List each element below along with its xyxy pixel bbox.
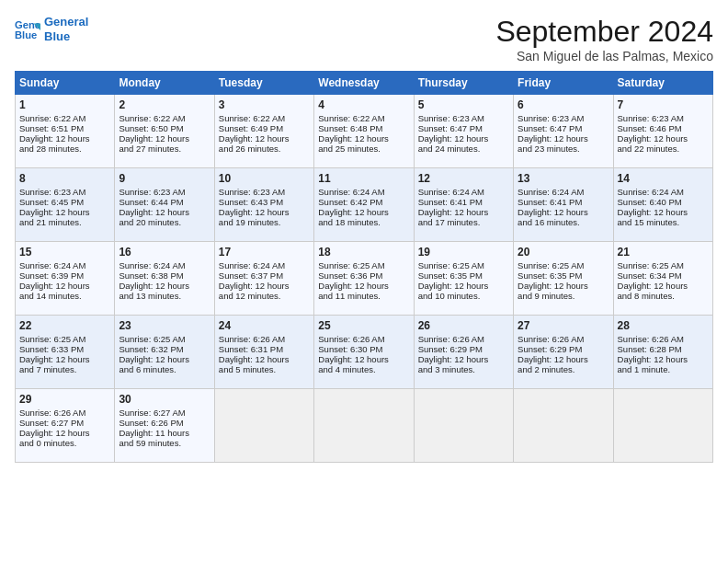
day-number: 16 <box>119 246 210 259</box>
title-block: September 2024 San Miguel de las Palmas,… <box>495 15 713 63</box>
day-info-line: and 9 minutes. <box>518 291 609 301</box>
day-info-line: Daylight: 12 hours <box>19 281 110 291</box>
day-number: 12 <box>418 172 509 185</box>
calendar-cell: 19Sunrise: 6:25 AMSunset: 6:35 PMDayligh… <box>414 242 513 316</box>
svg-text:Blue: Blue <box>15 29 37 40</box>
calendar-cell: 15Sunrise: 6:24 AMSunset: 6:39 PMDayligh… <box>16 242 115 316</box>
day-info-line: and 24 minutes. <box>418 144 509 154</box>
day-info-line: Sunset: 6:47 PM <box>418 123 509 133</box>
day-info-line: and 19 minutes. <box>219 217 310 227</box>
day-number: 1 <box>19 98 110 111</box>
day-info-line: Sunset: 6:49 PM <box>219 123 310 133</box>
day-info-line: Daylight: 12 hours <box>518 354 609 364</box>
logo-icon: General Blue <box>15 17 40 42</box>
day-info-line: Sunset: 6:32 PM <box>119 344 210 354</box>
day-number: 10 <box>219 172 310 185</box>
day-info-line: Sunrise: 6:23 AM <box>418 113 509 123</box>
day-info-line: Daylight: 12 hours <box>318 207 409 217</box>
day-number: 4 <box>318 98 409 111</box>
day-info-line: Sunrise: 6:24 AM <box>418 187 509 197</box>
day-info-line: and 1 minute. <box>618 364 709 374</box>
day-info-line: Sunset: 6:48 PM <box>318 123 409 133</box>
day-info-line: Sunset: 6:50 PM <box>119 123 210 133</box>
day-info-line: Sunset: 6:26 PM <box>119 418 210 428</box>
day-number: 24 <box>219 319 310 332</box>
day-info-line: Sunrise: 6:25 AM <box>418 260 509 270</box>
day-info-line: Sunset: 6:36 PM <box>318 270 409 281</box>
day-info-line: Sunset: 6:40 PM <box>618 197 709 207</box>
day-info-line: Sunset: 6:45 PM <box>19 197 110 207</box>
day-info-line: and 26 minutes. <box>219 144 310 154</box>
day-info-line: Daylight: 12 hours <box>219 207 310 217</box>
day-info-line: and 7 minutes. <box>19 364 110 374</box>
day-info-line: Daylight: 12 hours <box>219 354 310 364</box>
day-info-line: Sunrise: 6:26 AM <box>219 334 310 344</box>
day-info-line: Daylight: 12 hours <box>518 207 609 217</box>
day-info-line: Daylight: 12 hours <box>518 133 609 144</box>
day-info-line: Sunrise: 6:22 AM <box>19 113 110 123</box>
col-header-thursday: Thursday <box>414 72 513 95</box>
day-info-line: and 5 minutes. <box>219 364 310 374</box>
day-number: 5 <box>418 98 509 111</box>
day-number: 19 <box>418 246 509 259</box>
day-info-line: Sunset: 6:51 PM <box>19 123 110 133</box>
day-info-line: and 23 minutes. <box>518 144 609 154</box>
day-info-line: Daylight: 12 hours <box>119 354 210 364</box>
day-info-line: Sunrise: 6:22 AM <box>119 113 210 123</box>
day-info-line: Sunrise: 6:23 AM <box>219 187 310 197</box>
col-header-wednesday: Wednesday <box>314 72 414 95</box>
day-info-line: Sunrise: 6:24 AM <box>119 260 210 270</box>
calendar-cell <box>314 389 414 463</box>
day-number: 29 <box>19 393 110 406</box>
calendar-cell: 30Sunrise: 6:27 AMSunset: 6:26 PMDayligh… <box>115 389 214 463</box>
col-header-friday: Friday <box>514 72 613 95</box>
calendar-cell: 14Sunrise: 6:24 AMSunset: 6:40 PMDayligh… <box>613 168 712 242</box>
day-info-line: Sunset: 6:33 PM <box>19 344 110 354</box>
day-info-line: and 0 minutes. <box>19 438 110 448</box>
day-info-line: and 16 minutes. <box>518 217 609 227</box>
day-info-line: Sunset: 6:37 PM <box>219 270 310 281</box>
day-info-line: Daylight: 12 hours <box>219 133 310 144</box>
day-info-line: Daylight: 12 hours <box>318 354 409 364</box>
calendar-cell: 20Sunrise: 6:25 AMSunset: 6:35 PMDayligh… <box>514 242 613 316</box>
calendar-cell: 23Sunrise: 6:25 AMSunset: 6:32 PMDayligh… <box>115 316 214 389</box>
calendar-cell: 6Sunrise: 6:23 AMSunset: 6:47 PMDaylight… <box>514 95 613 168</box>
calendar-cell <box>414 389 513 463</box>
calendar-cell: 13Sunrise: 6:24 AMSunset: 6:41 PMDayligh… <box>514 168 613 242</box>
day-info-line: and 8 minutes. <box>618 291 709 301</box>
calendar-cell: 1Sunrise: 6:22 AMSunset: 6:51 PMDaylight… <box>16 95 115 168</box>
day-info-line: Sunrise: 6:24 AM <box>518 187 609 197</box>
day-info-line: and 3 minutes. <box>418 364 509 374</box>
day-number: 14 <box>618 172 709 185</box>
day-number: 22 <box>19 319 110 332</box>
day-info-line: and 27 minutes. <box>119 144 210 154</box>
day-info-line: and 6 minutes. <box>119 364 210 374</box>
calendar-cell: 18Sunrise: 6:25 AMSunset: 6:36 PMDayligh… <box>314 242 414 316</box>
location-subtitle: San Miguel de las Palmas, Mexico <box>495 49 713 63</box>
day-info-line: and 21 minutes. <box>19 217 110 227</box>
day-info-line: Sunrise: 6:24 AM <box>219 260 310 270</box>
day-info-line: Daylight: 12 hours <box>418 281 509 291</box>
day-info-line: Sunrise: 6:25 AM <box>318 260 409 270</box>
calendar-cell: 22Sunrise: 6:25 AMSunset: 6:33 PMDayligh… <box>16 316 115 389</box>
day-info-line: Daylight: 12 hours <box>19 428 110 438</box>
day-number: 30 <box>119 393 210 406</box>
day-info-line: and 15 minutes. <box>618 217 709 227</box>
day-number: 15 <box>19 246 110 259</box>
col-header-sunday: Sunday <box>16 72 115 95</box>
day-info-line: Sunrise: 6:24 AM <box>318 187 409 197</box>
calendar-cell: 21Sunrise: 6:25 AMSunset: 6:34 PMDayligh… <box>613 242 712 316</box>
day-info-line: Sunrise: 6:27 AM <box>119 408 210 418</box>
calendar-cell: 11Sunrise: 6:24 AMSunset: 6:42 PMDayligh… <box>314 168 414 242</box>
day-info-line: Sunset: 6:31 PM <box>219 344 310 354</box>
day-info-line: Sunset: 6:29 PM <box>518 344 609 354</box>
day-info-line: Sunrise: 6:25 AM <box>119 334 210 344</box>
day-info-line: Sunrise: 6:23 AM <box>518 113 609 123</box>
day-info-line: Daylight: 12 hours <box>518 281 609 291</box>
day-info-line: Sunrise: 6:26 AM <box>318 334 409 344</box>
day-info-line: Daylight: 12 hours <box>418 133 509 144</box>
day-info-line: Sunset: 6:35 PM <box>518 270 609 281</box>
calendar-cell: 7Sunrise: 6:23 AMSunset: 6:46 PMDaylight… <box>613 95 712 168</box>
calendar-cell <box>514 389 613 463</box>
day-info-line: and 25 minutes. <box>318 144 409 154</box>
